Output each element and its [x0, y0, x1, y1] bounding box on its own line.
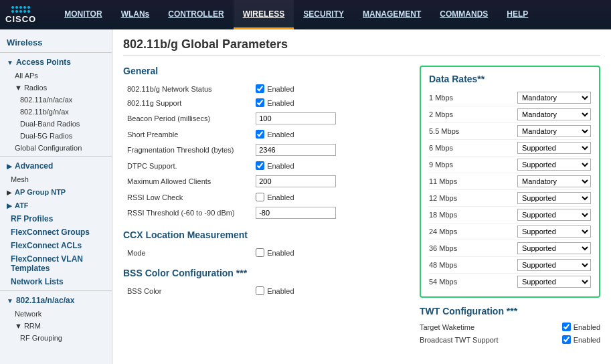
- input-beacon-period[interactable]: [256, 112, 336, 124]
- general-section-title: General: [123, 66, 409, 76]
- field-value-beacon: [252, 110, 409, 127]
- sidebar-item-flexconnect-groups[interactable]: FlexConnect Groups: [0, 225, 112, 239]
- sidebar-item-rf-profiles[interactable]: RF Profiles: [0, 212, 112, 225]
- sidebar-item-rf-grouping[interactable]: RF Grouping: [0, 332, 112, 344]
- left-panel: General 802.11b/g Network Status Enabled: [123, 66, 409, 346]
- data-rate-label-48mbps: 48 Mbps: [429, 261, 476, 269]
- page-title: 802.11b/g Global Parameters: [123, 37, 600, 56]
- checkbox-text-80211g: Enabled: [267, 99, 294, 107]
- data-rate-row-48mbps: 48 Mbps Mandatory Supported Disabled: [429, 257, 591, 274]
- twt-section: TWT Configuration *** Target Waketime En…: [420, 306, 600, 346]
- checkbox-ccx-mode[interactable]: [256, 248, 264, 257]
- sidebar-item-radios[interactable]: ▼ Radios: [0, 82, 112, 94]
- sidebar-item-global-config[interactable]: Global Configuration: [0, 142, 112, 154]
- input-frag-threshold[interactable]: [256, 144, 336, 156]
- sidebar-label-advanced: Advanced: [15, 161, 53, 171]
- cisco-dots-icon: [11, 6, 30, 13]
- data-rate-select-48mbps[interactable]: Mandatory Supported Disabled: [517, 259, 591, 271]
- field-label-ccx-mode: Mode: [123, 246, 252, 260]
- data-rate-label-36mbps: 36 Mbps: [429, 244, 476, 252]
- checkbox-twt-broadcast[interactable]: [562, 335, 571, 344]
- field-value-bss-color: Enabled: [252, 284, 409, 298]
- data-rate-row-6mbps: 6 Mbps Mandatory Supported Disabled: [429, 140, 591, 157]
- data-rate-select-24mbps[interactable]: Mandatory Supported Disabled: [517, 225, 591, 238]
- field-label-short-preamble: Short Preamble: [123, 127, 252, 141]
- checkbox-label-twt-broadcast: Enabled: [562, 335, 600, 344]
- sidebar-item-all-aps[interactable]: All APs: [0, 70, 112, 82]
- checkbox-label-rssi-low: Enabled: [256, 193, 405, 201]
- checkbox-label-80211g: Enabled: [256, 98, 405, 107]
- sidebar-label-ntp: AP Group NTP: [15, 188, 66, 196]
- nav-commands[interactable]: COMMANDS: [430, 0, 497, 29]
- data-rate-row-55mbps: 5.5 Mbps Mandatory Supported Disabled: [429, 123, 591, 140]
- sidebar-item-flexconnect-acls[interactable]: FlexConnect ACLs: [0, 239, 112, 252]
- nav-help[interactable]: HELP: [497, 0, 537, 29]
- sidebar-item-atf[interactable]: ▶ ATF: [0, 199, 112, 212]
- nav-monitor[interactable]: MONITOR: [55, 0, 111, 29]
- data-rate-select-6mbps[interactable]: Mandatory Supported Disabled: [517, 142, 591, 154]
- checkbox-dtpc[interactable]: [256, 161, 264, 170]
- data-rate-select-1mbps[interactable]: Mandatory Supported Disabled: [517, 92, 591, 104]
- checkbox-rssi-low[interactable]: [256, 193, 264, 201]
- sidebar-title: Wireless: [0, 33, 112, 50]
- sidebar-divider-2: [0, 156, 112, 157]
- data-rate-label-9mbps: 9 Mbps: [429, 161, 476, 169]
- checkbox-twt-target[interactable]: [562, 323, 571, 331]
- field-label-rssi-low: RSSI Low Check: [123, 190, 252, 204]
- nav-controller[interactable]: CONTROLLER: [159, 0, 233, 29]
- field-label-max-clients: Maximum Allowed Clients: [123, 173, 252, 190]
- sidebar-item-dualband[interactable]: Dual-Band Radios: [0, 118, 112, 130]
- data-rate-select-36mbps[interactable]: Mandatory Supported Disabled: [517, 242, 591, 254]
- sidebar-item-network[interactable]: Network: [0, 308, 112, 320]
- sidebar-divider-1: [0, 52, 112, 53]
- nav-management[interactable]: MANAGEMENT: [353, 0, 430, 29]
- arrow-right-icon-atf: ▶: [7, 202, 12, 209]
- arrow-down-icon-rrm: ▼: [15, 322, 22, 330]
- data-rates-title: Data Rates**: [429, 74, 591, 84]
- data-rate-row-1mbps: 1 Mbps Mandatory Supported Disabled: [429, 90, 591, 106]
- sidebar-item-rrm[interactable]: ▼ RRM: [0, 320, 112, 332]
- sidebar-item-80211anac[interactable]: 802.11a/n/ac/ax: [0, 94, 112, 106]
- checkbox-network-status[interactable]: [256, 84, 264, 93]
- field-label-beacon: Beacon Period (millisecs): [123, 110, 252, 127]
- sidebar-item-network-lists[interactable]: Network Lists: [0, 275, 112, 288]
- brand-name: CISCO: [5, 14, 36, 24]
- field-value-frag: [252, 141, 409, 159]
- sidebar-item-flexconnect-vlan[interactable]: FlexConnect VLAN Templates: [0, 252, 112, 275]
- data-rate-select-9mbps[interactable]: Mandatory Supported Disabled: [517, 159, 591, 171]
- checkbox-bss-color[interactable]: [256, 286, 264, 295]
- data-rate-row-24mbps: 24 Mbps Mandatory Supported Disabled: [429, 223, 591, 240]
- data-rate-select-54mbps[interactable]: Mandatory Supported Disabled: [517, 276, 591, 288]
- twt-title: TWT Configuration ***: [420, 306, 600, 316]
- checkbox-80211g[interactable]: [256, 98, 264, 107]
- input-max-clients[interactable]: [256, 175, 336, 187]
- input-rssi-threshold[interactable]: [256, 207, 336, 219]
- data-rate-select-2mbps[interactable]: Mandatory Supported Disabled: [517, 108, 591, 120]
- checkbox-label-network-status: Enabled: [256, 84, 405, 93]
- sidebar-label-80211a: 802.11a/n/ac/ax: [16, 296, 74, 305]
- bss-form: BSS Color Enabled: [123, 284, 409, 298]
- sidebar-item-80211a-group[interactable]: ▼ 802.11a/n/ac/ax: [0, 293, 112, 308]
- sidebar-item-access-points[interactable]: ▼ Access Points: [0, 55, 112, 70]
- nav-wireless[interactable]: WIRELESS: [234, 0, 294, 29]
- form-row-bss-color: BSS Color Enabled: [123, 284, 409, 298]
- field-value-80211g: Enabled: [252, 96, 409, 110]
- nav-wlans[interactable]: WLANs: [112, 0, 159, 29]
- sidebar-item-apgroup-ntp[interactable]: ▶ AP Group NTP: [0, 185, 112, 199]
- data-rate-row-18mbps: 18 Mbps Mandatory Supported Disabled: [429, 207, 591, 223]
- arrow-right-icon-ntp: ▶: [7, 189, 12, 196]
- data-rate-select-12mbps[interactable]: Mandatory Supported Disabled: [517, 192, 591, 204]
- checkbox-text-ccx-mode: Enabled: [267, 249, 294, 257]
- data-rate-select-11mbps[interactable]: Mandatory Supported Disabled: [517, 175, 591, 187]
- checkbox-label-bss-color: Enabled: [256, 286, 405, 295]
- checkbox-short-preamble[interactable]: [256, 130, 264, 139]
- nav-security[interactable]: SECURITY: [294, 0, 353, 29]
- data-rate-select-55mbps[interactable]: Mandatory Supported Disabled: [517, 125, 591, 137]
- data-rate-label-18mbps: 18 Mbps: [429, 211, 476, 219]
- sidebar-item-mesh[interactable]: Mesh: [0, 173, 112, 185]
- data-rate-select-18mbps[interactable]: Mandatory Supported Disabled: [517, 209, 591, 221]
- sidebar-item-advanced[interactable]: ▶ Advanced: [0, 159, 112, 173]
- sidebar-item-dual5g[interactable]: Dual-5G Radios: [0, 130, 112, 142]
- field-value-rssi-low: Enabled: [252, 190, 409, 204]
- sidebar-item-80211bgn[interactable]: 802.11b/g/n/ax: [0, 106, 112, 118]
